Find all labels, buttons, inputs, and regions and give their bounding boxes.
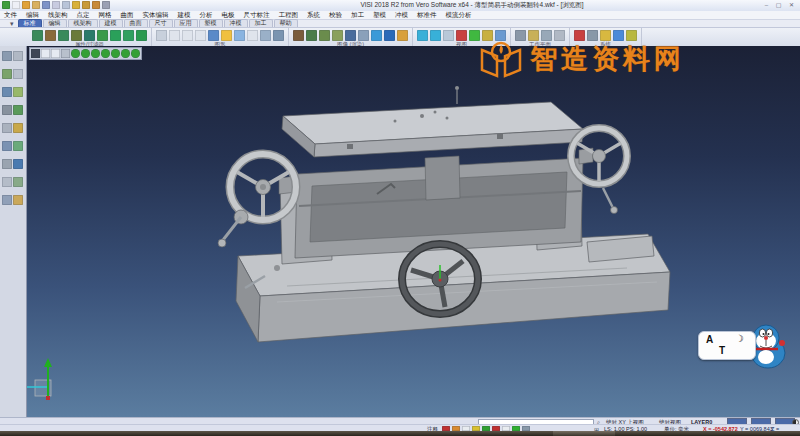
front-orientation-icon[interactable] xyxy=(91,49,100,58)
ime-language-button[interactable]: A xyxy=(706,334,713,345)
menu-item-0[interactable]: 文件 xyxy=(4,11,17,20)
ribbon-tab-8[interactable]: 冲模 xyxy=(224,19,248,27)
filter-icon[interactable] xyxy=(45,30,56,41)
texture-icon[interactable] xyxy=(319,30,330,41)
circle-tool-icon[interactable] xyxy=(13,69,23,79)
app-logo-icon[interactable] xyxy=(2,1,10,9)
menu-item-12[interactable]: 系统 xyxy=(307,11,320,20)
new-file-icon[interactable] xyxy=(12,1,20,9)
import-file-icon[interactable] xyxy=(32,1,40,9)
arc-tool-icon[interactable] xyxy=(2,87,12,97)
print-icon[interactable] xyxy=(52,1,60,9)
ribbon-tab-6[interactable]: 应用 xyxy=(174,19,198,27)
toolbar-options-icon[interactable] xyxy=(102,1,110,9)
render-icon[interactable] xyxy=(293,30,304,41)
ribbon-tab-7[interactable]: 塑模 xyxy=(199,19,223,27)
material-icon[interactable] xyxy=(306,30,317,41)
shaded-display-icon[interactable] xyxy=(41,49,50,58)
ribbon-tab-2[interactable]: 线架构 xyxy=(68,19,98,27)
measure-tool-icon[interactable] xyxy=(2,159,12,169)
ghost-display-icon[interactable] xyxy=(61,49,70,58)
menu-item-17[interactable]: 标准件 xyxy=(417,11,437,20)
move-tool-icon[interactable] xyxy=(2,123,12,133)
redo-icon[interactable] xyxy=(82,1,90,9)
undo-icon[interactable] xyxy=(72,1,80,9)
ribbon-minimize-icon[interactable]: ▾ xyxy=(10,20,14,27)
rotate-view-icon[interactable] xyxy=(456,30,467,41)
snapshot-icon[interactable] xyxy=(397,30,408,41)
menu-item-14[interactable]: 加工 xyxy=(351,11,364,20)
copy-icon[interactable] xyxy=(62,1,70,9)
ime-moon-icon[interactable]: ☽ xyxy=(735,333,744,344)
scale-tool-icon[interactable] xyxy=(2,141,12,151)
select-tool-icon[interactable] xyxy=(2,51,12,61)
left-orientation-icon[interactable] xyxy=(111,49,120,58)
ribbon-tab-1[interactable]: 编辑 xyxy=(43,19,67,27)
shaded-mode-icon[interactable] xyxy=(221,30,232,41)
line-tool-icon[interactable] xyxy=(2,69,12,79)
offset-tool-icon[interactable] xyxy=(2,105,12,115)
delete-tool-icon[interactable] xyxy=(13,141,23,151)
zoom-window-icon[interactable] xyxy=(182,30,193,41)
zoom-previous-icon[interactable] xyxy=(195,30,206,41)
pan-icon[interactable] xyxy=(208,30,219,41)
wireframe-display-icon[interactable] xyxy=(51,49,60,58)
save-file-icon[interactable] xyxy=(42,1,50,9)
shadow-icon[interactable] xyxy=(345,30,356,41)
ime-toolbar[interactable]: A ☽ T xyxy=(698,331,756,360)
reset-filter-icon[interactable] xyxy=(136,30,147,41)
lock-filter-icon[interactable] xyxy=(123,30,134,41)
type-filter-icon[interactable] xyxy=(84,30,95,41)
fillet-tool-icon[interactable] xyxy=(13,87,23,97)
light-icon[interactable] xyxy=(332,30,343,41)
attribute-icon[interactable] xyxy=(32,30,43,41)
side-view-icon[interactable] xyxy=(443,30,454,41)
open-file-icon[interactable] xyxy=(22,1,30,9)
redraw-icon[interactable] xyxy=(156,30,167,41)
layer-filter-icon[interactable] xyxy=(71,30,82,41)
mirror-tool-icon[interactable] xyxy=(13,105,23,115)
iso-view-icon[interactable] xyxy=(469,30,480,41)
menu-item-16[interactable]: 冲模 xyxy=(395,11,408,20)
rotate-tool-icon[interactable] xyxy=(13,123,23,133)
element-filter-icon[interactable] xyxy=(97,30,108,41)
capture-icon[interactable] xyxy=(92,1,100,9)
menu-item-18[interactable]: 模流分析 xyxy=(446,11,472,20)
transparency-icon[interactable] xyxy=(371,30,382,41)
group-tool-icon[interactable] xyxy=(13,177,23,187)
bottom-orientation-icon[interactable] xyxy=(131,49,140,58)
menu-item-13[interactable]: 校验 xyxy=(329,11,342,20)
top-view-icon[interactable] xyxy=(417,30,428,41)
visibility-filter-icon[interactable] xyxy=(110,30,121,41)
perspective-icon[interactable] xyxy=(260,30,271,41)
iso-orientation-icon[interactable] xyxy=(71,49,80,58)
model-viewport[interactable] xyxy=(27,46,800,417)
snap-tool-icon[interactable] xyxy=(13,159,23,169)
ribbon-tab-4[interactable]: 曲面 xyxy=(124,19,148,27)
background-icon[interactable] xyxy=(358,30,369,41)
windows-taskbar[interactable] xyxy=(0,431,800,436)
zoom-fit-icon[interactable] xyxy=(169,30,180,41)
render-quality-icon[interactable] xyxy=(384,30,395,41)
hidden-line-icon[interactable] xyxy=(247,30,258,41)
toolbar-menu-icon[interactable] xyxy=(31,49,40,58)
back-orientation-icon[interactable] xyxy=(101,49,110,58)
top-orientation-icon[interactable] xyxy=(81,49,90,58)
layer-tool-icon[interactable] xyxy=(2,177,12,187)
zoom-tool-icon[interactable] xyxy=(2,195,12,205)
front-view-icon[interactable] xyxy=(430,30,441,41)
3d-model-canvas[interactable] xyxy=(27,46,800,417)
window-control-buttons[interactable]: – ▢ ✕ xyxy=(765,1,797,8)
ime-punctuation-button[interactable]: T xyxy=(719,345,725,356)
right-orientation-icon[interactable] xyxy=(121,49,130,58)
menu-item-15[interactable]: 塑模 xyxy=(373,11,386,20)
ribbon-tab-5[interactable]: 尺寸 xyxy=(149,19,173,27)
ribbon-tab-9[interactable]: 加工 xyxy=(249,19,273,27)
trim-tool-icon[interactable] xyxy=(13,51,23,61)
ribbon-tab-0[interactable]: 标准 xyxy=(18,19,42,27)
ribbon-tab-10[interactable]: 帮助 xyxy=(274,19,298,27)
multi-view-icon[interactable] xyxy=(273,30,284,41)
pan-tool-icon[interactable] xyxy=(13,195,23,205)
taskbar-active-app[interactable] xyxy=(553,431,615,436)
ribbon-tab-3[interactable]: 建模 xyxy=(99,19,123,27)
